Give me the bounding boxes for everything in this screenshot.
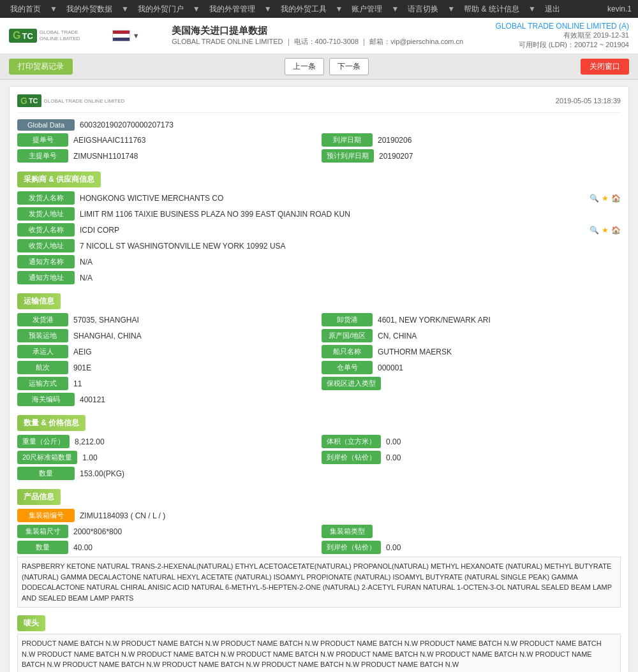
validity-date: 有效期至 2019-12-31	[496, 31, 629, 40]
notify-name-value: N/A	[80, 258, 621, 267]
remarks-text: PRODUCT NAME BATCH N.W PRODUCT NAME BATC…	[17, 634, 621, 672]
warehouse-value: 000001	[378, 363, 621, 372]
card-logo: G TC GLOBAL TRADE ONLINE LIMITED	[17, 94, 124, 107]
volume-value: 0.00	[386, 437, 621, 446]
nav-foreign-trade-portal[interactable]: 我的外贸门户	[134, 4, 188, 15]
header-bar: G TC GLOBAL TRADEONLINE LIMITED ▼ 美国海关进口…	[0, 18, 638, 54]
dest-port-label: 卸货港	[322, 313, 373, 326]
transport-value: 11	[73, 379, 316, 388]
consignee-search-icon[interactable]: 🔍	[590, 226, 599, 235]
notify-name-row: 通知方名称 N/A	[17, 255, 621, 268]
customs-label: 海关编码	[17, 393, 75, 406]
bill-label: 提单号	[17, 133, 68, 147]
us-flag	[112, 30, 130, 41]
container20-label: 20尺标准箱数量	[17, 451, 77, 464]
product-price-label: 到岸价（钻价）	[322, 541, 381, 554]
page-title: 美国海关进口提单数据	[172, 25, 463, 37]
voyage-warehouse-row: 航次 901E 仓单号 000001	[17, 361, 621, 374]
shipper-star-icon[interactable]: ★	[602, 194, 609, 203]
nav-logout[interactable]: 退出	[541, 4, 564, 15]
company-name: GLOBAL TRADE ONLINE LIMITED (A)	[496, 22, 629, 31]
header-right-info: GLOBAL TRADE ONLINE LIMITED (A) 有效期至 201…	[496, 22, 629, 50]
carrier-value: AEIG	[73, 347, 316, 356]
customs-row: 海关编码 400121	[17, 393, 621, 406]
logo-area: G TC GLOBAL TRADEONLINE LIMITED	[9, 29, 80, 43]
weight-label: 重量（公斤）	[17, 435, 70, 448]
carrier-vessel-row: 承运人 AEIG 船只名称 GUTHORM MAERSK	[17, 345, 621, 358]
container-size-type-row: 集装箱尺寸 2000*806*800 集装箱类型	[17, 525, 621, 538]
shipper-addr-label: 发货人地址	[17, 207, 75, 221]
product-qty-label: 数量	[17, 541, 68, 554]
origin-country-label: 原产国/地区	[322, 329, 373, 342]
quantity-row: 数量 153.00(PKG)	[17, 467, 621, 480]
notify-addr-label: 通知方地址	[17, 271, 75, 284]
weight-value: 8,212.00	[75, 437, 316, 446]
master-bill-value: ZIMUSNH1101748	[73, 152, 316, 161]
bill-row: 提单号 AEIGSHAAIC111763 到岸日期 20190206	[17, 133, 621, 147]
dest-port-value: 4601, NEW YORK/NEWARK ARI	[378, 316, 621, 325]
origin-country-value: CN, CHINA	[378, 332, 621, 340]
card-header: G TC GLOBAL TRADE ONLINE LIMITED 2019-05…	[17, 94, 621, 113]
nav-trade-data[interactable]: 我的外贸数据	[63, 4, 116, 15]
master-bill-label: 主提单号	[17, 149, 68, 163]
ports-row: 发货港 57035, SHANGHAI 卸货港 4601, NEW YORK/N…	[17, 313, 621, 326]
shipper-home-icon[interactable]: 🏠	[611, 194, 621, 203]
notify-addr-row: 通知方地址 N/A	[17, 271, 621, 284]
card-datetime: 2019-05-05 13:18:39	[556, 97, 621, 105]
next-button[interactable]: 下一条	[329, 58, 369, 75]
consignee-name-row: 收货人名称 ICDI CORP 🔍 ★ 🏠	[17, 223, 621, 237]
vessel-value: GUTHORM MAERSK	[378, 347, 621, 356]
consignee-star-icon[interactable]: ★	[602, 226, 609, 235]
container-no-row: 集装箱编号 ZIMU1184093 ( CN / L / )	[17, 509, 621, 522]
top-toolbar: 打印贸易记录 上一条 下一条 关闭窗口	[0, 54, 638, 80]
carrier-label: 承运人	[17, 345, 68, 358]
notify-name-label: 通知方名称	[17, 255, 75, 268]
arrival-date-value: 20190206	[378, 136, 621, 145]
prev-button[interactable]: 上一条	[285, 58, 324, 75]
shipper-search-icon[interactable]: 🔍	[590, 194, 599, 203]
estimated-date-label: 预计到岸日期	[322, 149, 374, 163]
print-button[interactable]: 打印贸易记录	[9, 59, 73, 75]
nav-user: kevin.1	[607, 4, 632, 13]
consignee-name-label: 收货人名称	[17, 223, 75, 237]
global-data-label: Global Data	[17, 119, 75, 131]
warehouse-label: 仓单号	[322, 361, 373, 374]
qty-price-header: 数量 & 价格信息	[17, 415, 85, 431]
transport-label: 运输方式	[17, 377, 68, 390]
customs-value: 400121	[80, 395, 621, 404]
product-qty-value: 40.00	[73, 543, 316, 552]
product-description: RASPBERRY KETONE NATURAL TRANS-2-HEXENAL…	[17, 557, 621, 608]
notify-addr-value: N/A	[80, 274, 621, 282]
close-button[interactable]: 关闭窗口	[581, 59, 629, 75]
record-card: G TC GLOBAL TRADE ONLINE LIMITED 2019-05…	[9, 86, 629, 672]
estimated-date-value: 20190207	[379, 152, 621, 161]
nav-home[interactable]: 我的首页	[6, 4, 45, 15]
weight-volume-row: 重量（公斤） 8,212.00 体积（立方米） 0.00	[17, 435, 621, 448]
page-title-area: 美国海关进口提单数据 GLOBAL TRADE ONLINE LIMITED ｜…	[172, 25, 463, 47]
consignee-home-icon[interactable]: 🏠	[611, 226, 621, 235]
ldr-info: 可用时段 (LDR)：200712 ~ 201904	[496, 40, 629, 50]
nav-help[interactable]: 帮助 & 统计信息	[460, 4, 523, 15]
logo: G TC	[9, 29, 37, 43]
consignee-name-value: ICDI CORP	[80, 226, 586, 235]
container-price-row: 20尺标准箱数量 1.00 到岸价（钻价） 0.00	[17, 451, 621, 464]
top-navigation: 我的首页 ▼ 我的外贸数据 ▼ 我的外贸门户 ▼ 我的外管管理 ▼ 我的外贸工具…	[0, 0, 638, 18]
volume-label: 体积（立方米）	[322, 435, 381, 448]
buyer-supplier-header: 采购商 & 供应商信息	[17, 172, 101, 187]
arrival-price-value: 0.00	[386, 453, 621, 462]
shipper-name-value: HONGKONG WICTIVE MERCHANTS CO	[80, 194, 586, 203]
shipper-addr-row: 发货人地址 LIMIT RM 1106 TAIXIE BUSINESS PLAZ…	[17, 207, 621, 221]
transport-bonded-row: 运输方式 11 保税区进入类型	[17, 377, 621, 390]
loading-place-label: 预装运地	[17, 329, 68, 342]
bill-value: AEIGSHAAIC111763	[73, 136, 316, 145]
nav-trade-tools[interactable]: 我的外贸工具	[277, 4, 330, 15]
product-price-value: 0.00	[386, 543, 621, 552]
container20-value: 1.00	[82, 453, 316, 462]
nav-language[interactable]: 语言切换	[404, 4, 442, 15]
nav-foreign-manage[interactable]: 我的外管管理	[205, 4, 259, 15]
vessel-label: 船只名称	[322, 345, 373, 358]
consignee-addr-row: 收货人地址 7 NICOLL ST WASHINGTONVILLE NEW YO…	[17, 239, 621, 252]
nav-items: 我的首页 ▼ 我的外贸数据 ▼ 我的外贸门户 ▼ 我的外管管理 ▼ 我的外贸工具…	[6, 4, 564, 15]
nav-account[interactable]: 账户管理	[348, 4, 386, 15]
page-subtitle: GLOBAL TRADE ONLINE LIMITED ｜ 电话：400-710…	[172, 37, 463, 47]
